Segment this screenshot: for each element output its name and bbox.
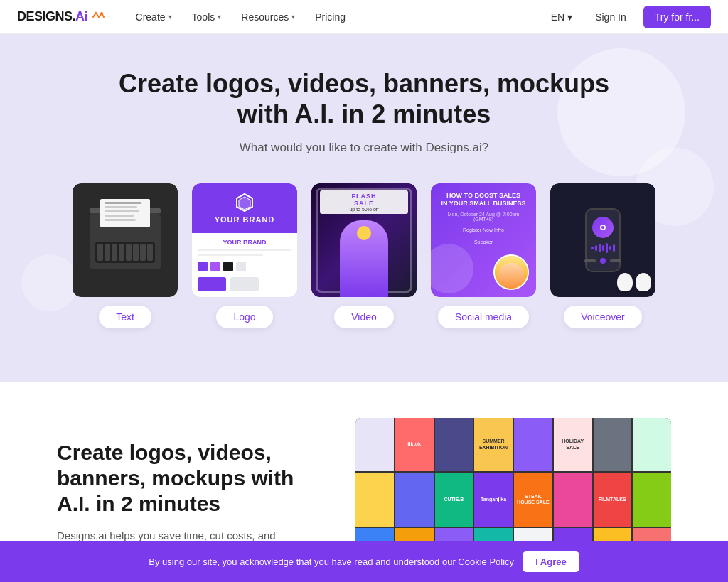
logo-icon [92, 11, 105, 23]
category-row: Text YOUR BRAND YOU [17, 183, 711, 328]
typewriter-illustration [73, 183, 178, 297]
logo-name: DESIGNS. [17, 9, 75, 23]
svg-point-4 [601, 226, 604, 229]
cookie-text: By using our site, you acknowledge that … [149, 556, 514, 567]
category-text[interactable]: Text [73, 183, 178, 328]
video-illustration: FLASH SALE up to 50% off [311, 183, 417, 297]
svg-point-0 [100, 12, 103, 15]
try-free-button[interactable]: Try for fr... [643, 6, 711, 28]
collage-cell: tiktok [395, 418, 434, 471]
signin-button[interactable]: Sign In [587, 7, 635, 27]
navbar: DESIGNS.Ai Create ▾ Tools ▾ Resources ▾ … [0, 0, 728, 34]
collage-cell: STEAK HOUSE SALE [514, 473, 552, 526]
chevron-down-icon: ▾ [218, 13, 221, 21]
text-image [73, 183, 178, 297]
collage-cell: FILMTALKS [594, 473, 632, 526]
chevron-down-icon: ▾ [567, 11, 572, 23]
collage-cell [554, 473, 592, 526]
logo-image: YOUR BRAND YOUR BRAND [192, 183, 297, 297]
cookie-policy-link[interactable]: Cookie Policy [458, 556, 514, 567]
svg-marker-2 [239, 197, 250, 210]
collage-cell [355, 473, 394, 526]
nav-resources[interactable]: Resources ▾ [232, 7, 304, 27]
logo-illustration: YOUR BRAND YOUR BRAND [192, 183, 297, 297]
chevron-down-icon: ▾ [291, 13, 295, 21]
collage-cell [435, 418, 473, 471]
voiceover-illustration [550, 183, 655, 297]
nav-right: EN ▾ Sign In Try for fr... [545, 6, 711, 28]
cookie-banner: By using our site, you acknowledge that … [0, 541, 728, 582]
hero-subheading: What would you like to create with Desig… [17, 141, 711, 155]
social-label: Social media [438, 306, 529, 328]
voiceover-image [550, 183, 655, 297]
nav-items: Create ▾ Tools ▾ Resources ▾ Pricing [127, 7, 545, 27]
logo[interactable]: DESIGNS.Ai [17, 9, 105, 24]
collage-cell [594, 418, 632, 471]
collage-cell [633, 418, 671, 471]
voiceover-label: Voiceover [564, 306, 641, 328]
social-image: HOW TO BOOST SALESIN YOUR SMALL BUSINESS… [431, 183, 536, 297]
logo-text: DESIGNS.Ai [17, 9, 105, 24]
video-image: FLASH SALE up to 50% off [311, 183, 417, 297]
nav-tools[interactable]: Tools ▾ [183, 7, 230, 27]
text-label: Text [99, 306, 151, 328]
hero-heading: Create logos, videos, banners, mockups w… [115, 68, 613, 129]
social-illustration: HOW TO BOOST SALESIN YOUR SMALL BUSINESS… [431, 183, 536, 297]
hero-section: Create logos, videos, banners, mockups w… [0, 34, 728, 382]
language-selector[interactable]: EN ▾ [545, 7, 578, 27]
category-voiceover[interactable]: Voiceover [550, 183, 655, 328]
logo-label: Logo [216, 306, 272, 328]
features-heading: Create logos, videos, banners, mockups w… [57, 440, 313, 517]
collage-cell [355, 418, 394, 471]
nav-pricing[interactable]: Pricing [306, 7, 354, 27]
cookie-agree-button[interactable]: I Agree [523, 551, 579, 572]
collage-cell: HOLIDAY SALE [554, 418, 592, 471]
logo-ai: Ai [75, 9, 87, 23]
collage-cell: SUMMER EXHIBITION [474, 418, 513, 471]
collage-cell [395, 473, 434, 526]
nav-create[interactable]: Create ▾ [127, 7, 181, 27]
category-social-media[interactable]: HOW TO BOOST SALESIN YOUR SMALL BUSINESS… [431, 183, 536, 328]
category-logo[interactable]: YOUR BRAND YOUR BRAND [192, 183, 297, 328]
collage-cell: CUTIE.B [435, 473, 473, 526]
hex-icon [235, 193, 255, 212]
chevron-down-icon: ▾ [168, 13, 172, 21]
category-video[interactable]: FLASH SALE up to 50% off Video [311, 183, 417, 328]
collage-cell [633, 473, 671, 526]
speaker-icon [597, 222, 609, 233]
collage-cell [514, 418, 552, 471]
video-label: Video [334, 306, 394, 328]
collage-cell: Tanganjika [474, 473, 513, 526]
